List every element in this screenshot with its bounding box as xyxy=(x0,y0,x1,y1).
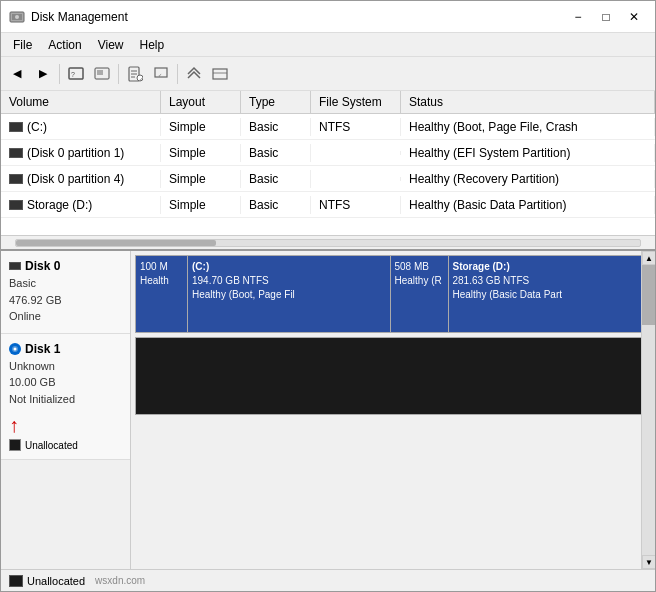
toolbar-sep2 xyxy=(118,64,119,84)
part2-size: 194.70 GB NTFS xyxy=(192,274,386,288)
maximize-button[interactable]: □ xyxy=(593,7,619,27)
svg-point-19 xyxy=(14,347,17,350)
table-row[interactable]: (Disk 0 partition 4) Simple Basic Health… xyxy=(1,166,655,192)
disk0-icon xyxy=(9,262,21,270)
disk1-visual xyxy=(135,337,651,415)
scrollbar-thumb[interactable] xyxy=(16,240,216,246)
menu-bar: File Action View Help xyxy=(1,33,655,57)
part1-label: Health xyxy=(140,274,183,288)
cell-layout: Simple xyxy=(161,170,241,188)
volume-icon xyxy=(9,148,23,158)
forward-button[interactable]: ▶ xyxy=(31,62,55,86)
scrollbar-track[interactable] xyxy=(15,239,641,247)
cell-layout: Simple xyxy=(161,118,241,136)
table-row[interactable]: Storage (D:) Simple Basic NTFS Healthy (… xyxy=(1,192,655,218)
col-status[interactable]: Status xyxy=(401,91,655,113)
disk-visual-scrollbar-v[interactable]: ▲ ▼ xyxy=(641,251,655,569)
status-bar: Unallocated wsxdn.com xyxy=(1,569,655,591)
menu-help[interactable]: Help xyxy=(132,36,173,54)
arrow-indicator: ↑ xyxy=(9,415,122,435)
disk0-visual: 100 M Health (C:) 194.70 GB NTFS Healthy… xyxy=(135,255,651,333)
disk1-info: Unknown 10.00 GB Not Initialized xyxy=(9,358,122,408)
watermark: wsxdn.com xyxy=(95,575,145,586)
svg-point-2 xyxy=(15,15,19,19)
properties-button[interactable]: ✓ xyxy=(123,62,147,86)
sv-thumb[interactable] xyxy=(642,265,655,325)
table-body: (C:) Simple Basic NTFS Healthy (Boot, Pa… xyxy=(1,114,655,235)
unalloc-label: Unallocated xyxy=(25,440,78,451)
cell-type: Basic xyxy=(241,144,311,162)
table-row[interactable]: (Disk 0 partition 1) Simple Basic Health… xyxy=(1,140,655,166)
volume-icon xyxy=(9,174,23,184)
disk0-info: Basic 476.92 GB Online xyxy=(9,275,122,325)
sv-up-button[interactable]: ▲ xyxy=(642,251,655,265)
sv-track[interactable] xyxy=(642,265,655,555)
volume-icon xyxy=(9,200,23,210)
disk-visual-container: 100 M Health (C:) 194.70 GB NTFS Healthy… xyxy=(131,251,655,569)
extra2-button[interactable] xyxy=(208,62,232,86)
svg-text:✓: ✓ xyxy=(139,75,143,81)
legend-unalloc-box xyxy=(9,575,23,587)
disk0-part3[interactable]: 508 MB Healthy (R xyxy=(391,256,449,332)
window-title: Disk Management xyxy=(31,10,128,24)
menu-view[interactable]: View xyxy=(90,36,132,54)
part1-size: 100 M xyxy=(140,260,183,274)
part3-label: Healthy (R xyxy=(395,274,444,288)
sv-down-button[interactable]: ▼ xyxy=(642,555,655,569)
table-scrollbar-h[interactable] xyxy=(1,235,655,249)
unalloc-color-box xyxy=(9,439,21,451)
arrow-area: ↑ xyxy=(9,415,122,435)
cell-fs xyxy=(311,151,401,155)
part2-drive: (C:) xyxy=(192,260,386,274)
col-filesystem[interactable]: File System xyxy=(311,91,401,113)
cell-type: Basic xyxy=(241,196,311,214)
legend-unallocated: Unallocated xyxy=(9,575,85,587)
svg-rect-6 xyxy=(97,70,103,75)
cell-volume: (Disk 0 partition 1) xyxy=(1,144,161,162)
cell-fs xyxy=(311,177,401,181)
window-controls: − □ ✕ xyxy=(565,7,647,27)
toolbar-sep1 xyxy=(59,64,60,84)
toolbar: ◀ ▶ ? ✓ xyxy=(1,57,655,91)
disk1-entry: Disk 1 Unknown 10.00 GB Not Initialized … xyxy=(1,334,130,461)
toolbar-sep3 xyxy=(177,64,178,84)
console-button[interactable]: ? xyxy=(64,62,88,86)
cell-type: Basic xyxy=(241,118,311,136)
cell-fs: NTFS xyxy=(311,196,401,214)
col-layout[interactable]: Layout xyxy=(161,91,241,113)
disk0-part2[interactable]: (C:) 194.70 GB NTFS Healthy (Boot, Page … xyxy=(188,256,391,332)
title-left: Disk Management xyxy=(9,9,128,25)
part2-label: Healthy (Boot, Page Fil xyxy=(192,288,386,302)
cell-status: Healthy (EFI System Partition) xyxy=(401,144,655,162)
table-row[interactable]: (C:) Simple Basic NTFS Healthy (Boot, Pa… xyxy=(1,114,655,140)
minimize-button[interactable]: − xyxy=(565,7,591,27)
app-icon xyxy=(9,9,25,25)
cell-layout: Simple xyxy=(161,144,241,162)
col-type[interactable]: Type xyxy=(241,91,311,113)
disk1-unalloc-block[interactable] xyxy=(136,338,650,414)
cell-layout: Simple xyxy=(161,196,241,214)
title-bar: Disk Management − □ ✕ xyxy=(1,1,655,33)
disk0-entry: Disk 0 Basic 476.92 GB Online xyxy=(1,251,130,334)
table-header: Volume Layout Type File System Status xyxy=(1,91,655,114)
cell-volume: (Disk 0 partition 4) xyxy=(1,170,161,188)
menu-file[interactable]: File xyxy=(5,36,40,54)
disk0-part4[interactable]: Storage (D:) 281.63 GB NTFS Healthy (Bas… xyxy=(449,256,651,332)
disk0-part1[interactable]: 100 M Health xyxy=(136,256,188,332)
cell-status: Healthy (Boot, Page File, Crash xyxy=(401,118,655,136)
disk1-title: Disk 1 xyxy=(9,342,122,356)
refresh-button[interactable]: ✓ xyxy=(149,62,173,86)
extra1-button[interactable] xyxy=(182,62,206,86)
volume-icon xyxy=(9,122,23,132)
part4-label: Healthy (Basic Data Part xyxy=(453,288,647,302)
close-button[interactable]: ✕ xyxy=(621,7,647,27)
cell-status: Healthy (Basic Data Partition) xyxy=(401,196,655,214)
unalloc-legend: Unallocated xyxy=(9,439,122,451)
part4-drive: Storage (D:) xyxy=(453,260,647,274)
main-window: Disk Management − □ ✕ File Action View H… xyxy=(0,0,656,592)
back-button[interactable]: ◀ xyxy=(5,62,29,86)
menu-action[interactable]: Action xyxy=(40,36,89,54)
help-button[interactable] xyxy=(90,62,114,86)
cell-volume: (C:) xyxy=(1,118,161,136)
col-volume[interactable]: Volume xyxy=(1,91,161,113)
